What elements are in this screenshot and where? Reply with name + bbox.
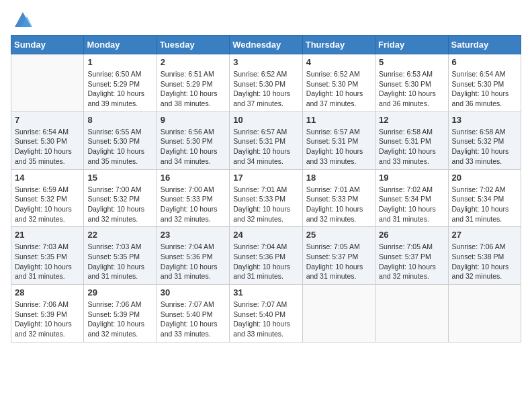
day-info: Sunrise: 6:59 AMSunset: 5:32 PMDaylight:… (15, 185, 80, 224)
calendar-day-cell: 20Sunrise: 7:02 AMSunset: 5:34 PMDayligh… (448, 169, 521, 227)
calendar-day-cell: 11Sunrise: 6:57 AMSunset: 5:31 PMDayligh… (302, 111, 375, 169)
day-info: Sunrise: 6:56 AMSunset: 5:30 PMDaylight:… (161, 127, 226, 167)
calendar-day-cell: 27Sunrise: 7:06 AMSunset: 5:38 PMDayligh… (448, 227, 521, 285)
calendar-day-cell: 14Sunrise: 6:59 AMSunset: 5:32 PMDayligh… (11, 169, 84, 227)
calendar-day-cell: 25Sunrise: 7:05 AMSunset: 5:37 PMDayligh… (302, 227, 375, 285)
calendar-day-cell: 23Sunrise: 7:04 AMSunset: 5:36 PMDayligh… (157, 227, 229, 285)
day-number: 4 (306, 57, 371, 67)
calendar-day-cell (448, 285, 521, 342)
calendar-day-cell: 17Sunrise: 7:01 AMSunset: 5:33 PMDayligh… (230, 169, 302, 227)
calendar-day-cell: 3Sunrise: 6:52 AMSunset: 5:30 PMDaylight… (230, 54, 302, 112)
day-info: Sunrise: 7:01 AMSunset: 5:33 PMDaylight:… (306, 185, 371, 224)
day-number: 20 (452, 173, 517, 183)
calendar-day-cell: 4Sunrise: 6:52 AMSunset: 5:30 PMDaylight… (302, 54, 375, 112)
calendar-day-cell (11, 54, 84, 112)
day-info: Sunrise: 7:07 AMSunset: 5:40 PMDaylight:… (233, 300, 298, 339)
weekday-header-saturday: Saturday (448, 36, 521, 54)
day-number: 28 (15, 287, 80, 298)
day-info: Sunrise: 7:06 AMSunset: 5:39 PMDaylight:… (15, 300, 80, 339)
day-number: 6 (452, 57, 517, 67)
day-number: 8 (87, 115, 152, 125)
day-number: 22 (87, 230, 152, 240)
day-number: 14 (15, 173, 80, 183)
calendar-day-cell: 28Sunrise: 7:06 AMSunset: 5:39 PMDayligh… (11, 285, 84, 342)
day-info: Sunrise: 7:05 AMSunset: 5:37 PMDaylight:… (306, 242, 371, 281)
weekday-header-thursday: Thursday (302, 36, 375, 54)
day-number: 5 (379, 57, 444, 67)
day-number: 21 (15, 230, 80, 240)
day-info: Sunrise: 7:02 AMSunset: 5:34 PMDaylight:… (379, 185, 444, 224)
calendar-day-cell: 7Sunrise: 6:54 AMSunset: 5:30 PMDaylight… (11, 111, 84, 169)
weekday-header-tuesday: Tuesday (157, 36, 229, 54)
calendar-day-cell: 13Sunrise: 6:58 AMSunset: 5:32 PMDayligh… (448, 111, 521, 169)
day-number: 30 (161, 287, 226, 298)
day-info: Sunrise: 6:54 AMSunset: 5:30 PMDaylight:… (452, 69, 517, 109)
day-info: Sunrise: 7:04 AMSunset: 5:36 PMDaylight:… (233, 242, 298, 281)
day-number: 26 (379, 230, 444, 240)
day-info: Sunrise: 7:06 AMSunset: 5:38 PMDaylight:… (452, 242, 517, 281)
day-number: 15 (87, 173, 152, 183)
day-number: 11 (306, 115, 371, 125)
day-info: Sunrise: 7:03 AMSunset: 5:35 PMDaylight:… (15, 242, 80, 281)
day-info: Sunrise: 7:04 AMSunset: 5:36 PMDaylight:… (161, 242, 226, 281)
calendar-week-row: 1Sunrise: 6:50 AMSunset: 5:29 PMDaylight… (11, 54, 521, 112)
calendar-week-row: 28Sunrise: 7:06 AMSunset: 5:39 PMDayligh… (11, 285, 521, 342)
day-info: Sunrise: 6:58 AMSunset: 5:31 PMDaylight:… (379, 127, 444, 167)
weekday-header-friday: Friday (375, 36, 448, 54)
calendar-day-cell: 5Sunrise: 6:53 AMSunset: 5:30 PMDaylight… (375, 54, 448, 112)
day-number: 31 (233, 287, 298, 298)
day-info: Sunrise: 7:05 AMSunset: 5:37 PMDaylight:… (379, 242, 444, 281)
day-info: Sunrise: 7:03 AMSunset: 5:35 PMDaylight:… (87, 242, 152, 281)
day-number: 12 (379, 115, 444, 125)
calendar-week-row: 7Sunrise: 6:54 AMSunset: 5:30 PMDaylight… (11, 111, 521, 169)
day-info: Sunrise: 7:07 AMSunset: 5:40 PMDaylight:… (161, 300, 226, 339)
calendar-day-cell: 26Sunrise: 7:05 AMSunset: 5:37 PMDayligh… (375, 227, 448, 285)
day-info: Sunrise: 6:50 AMSunset: 5:29 PMDaylight:… (87, 69, 152, 109)
day-info: Sunrise: 6:53 AMSunset: 5:30 PMDaylight:… (379, 69, 444, 109)
day-number: 23 (161, 230, 226, 240)
day-number: 7 (15, 115, 80, 125)
day-info: Sunrise: 6:58 AMSunset: 5:32 PMDaylight:… (452, 127, 517, 167)
day-number: 24 (233, 230, 298, 240)
day-number: 10 (233, 115, 298, 125)
day-number: 17 (233, 173, 298, 183)
weekday-header-wednesday: Wednesday (230, 36, 302, 54)
calendar-day-cell: 12Sunrise: 6:58 AMSunset: 5:31 PMDayligh… (375, 111, 448, 169)
calendar-day-cell: 31Sunrise: 7:07 AMSunset: 5:40 PMDayligh… (230, 285, 302, 342)
calendar-day-cell: 18Sunrise: 7:01 AMSunset: 5:33 PMDayligh… (302, 169, 375, 227)
day-info: Sunrise: 7:00 AMSunset: 5:32 PMDaylight:… (87, 185, 152, 224)
calendar-day-cell: 8Sunrise: 6:55 AMSunset: 5:30 PMDaylight… (84, 111, 157, 169)
calendar-day-cell: 9Sunrise: 6:56 AMSunset: 5:30 PMDaylight… (157, 111, 229, 169)
day-number: 1 (87, 57, 152, 67)
calendar-day-cell: 16Sunrise: 7:00 AMSunset: 5:33 PMDayligh… (157, 169, 229, 227)
day-number: 16 (161, 173, 226, 183)
day-info: Sunrise: 7:01 AMSunset: 5:33 PMDaylight:… (233, 185, 298, 224)
day-info: Sunrise: 6:52 AMSunset: 5:30 PMDaylight:… (233, 69, 298, 109)
day-info: Sunrise: 6:55 AMSunset: 5:30 PMDaylight:… (87, 127, 152, 167)
calendar-day-cell: 2Sunrise: 6:51 AMSunset: 5:29 PMDaylight… (157, 54, 229, 112)
day-number: 19 (379, 173, 444, 183)
calendar-day-cell: 24Sunrise: 7:04 AMSunset: 5:36 PMDayligh… (230, 227, 302, 285)
day-number: 2 (161, 57, 226, 67)
day-number: 18 (306, 173, 371, 183)
day-number: 29 (87, 287, 152, 298)
calendar-day-cell: 19Sunrise: 7:02 AMSunset: 5:34 PMDayligh… (375, 169, 448, 227)
day-info: Sunrise: 6:54 AMSunset: 5:30 PMDaylight:… (15, 127, 80, 167)
calendar-table: SundayMondayTuesdayWednesdayThursdayFrid… (11, 35, 521, 342)
day-info: Sunrise: 7:06 AMSunset: 5:39 PMDaylight:… (87, 300, 152, 339)
page-header (11, 11, 521, 30)
logo (11, 13, 32, 30)
weekday-header-monday: Monday (84, 36, 157, 54)
calendar-day-cell: 10Sunrise: 6:57 AMSunset: 5:31 PMDayligh… (230, 111, 302, 169)
weekday-header-row: SundayMondayTuesdayWednesdayThursdayFrid… (11, 36, 521, 54)
day-info: Sunrise: 6:52 AMSunset: 5:30 PMDaylight:… (306, 69, 371, 109)
weekday-header-sunday: Sunday (11, 36, 84, 54)
day-number: 25 (306, 230, 371, 240)
calendar-day-cell (375, 285, 448, 342)
calendar-day-cell: 22Sunrise: 7:03 AMSunset: 5:35 PMDayligh… (84, 227, 157, 285)
day-info: Sunrise: 6:57 AMSunset: 5:31 PMDaylight:… (233, 127, 298, 167)
calendar-day-cell: 21Sunrise: 7:03 AMSunset: 5:35 PMDayligh… (11, 227, 84, 285)
calendar-week-row: 14Sunrise: 6:59 AMSunset: 5:32 PMDayligh… (11, 169, 521, 227)
day-info: Sunrise: 7:02 AMSunset: 5:34 PMDaylight:… (452, 185, 517, 224)
logo-icon (13, 11, 32, 30)
